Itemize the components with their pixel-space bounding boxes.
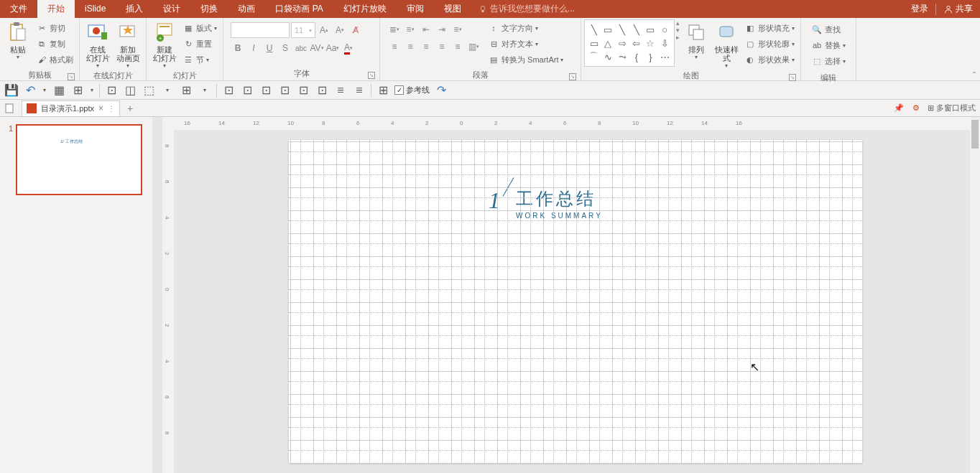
login-button[interactable]: 登录: [904, 3, 935, 15]
guides-checkbox[interactable]: ✓参考线: [394, 85, 430, 95]
slide-canvas[interactable]: 1 工作总结 WORK SUMMARY: [289, 140, 862, 463]
numbering-button[interactable]: ≡▾: [403, 22, 417, 37]
gallery-more-icon[interactable]: ▸: [676, 34, 680, 41]
bold-button[interactable]: B: [231, 41, 245, 55]
shape-conn-icon[interactable]: ⤳: [616, 50, 629, 63]
shape-oval-icon[interactable]: ○: [658, 23, 671, 36]
strikethrough-button[interactable]: S: [278, 41, 292, 55]
dialog-launcher-icon[interactable]: ↘: [68, 73, 75, 80]
shapes-gallery[interactable]: ╲▭╲╲▭○ ▭△⇨⇦☆⇩ ⌒∿⤳{}⋯: [584, 19, 675, 67]
shape-curve1-icon[interactable]: ⌒: [588, 50, 601, 63]
dialog-launcher-icon[interactable]: ↘: [569, 73, 576, 80]
distribute-button[interactable]: ≡: [450, 39, 465, 54]
add-tab-button[interactable]: +: [127, 103, 133, 114]
gallery-down-icon[interactable]: ▾: [676, 27, 680, 34]
paste-button[interactable]: 粘贴▾: [3, 19, 33, 60]
shape-arrow-r-icon[interactable]: ⇨: [616, 37, 629, 50]
qat-icon-13[interactable]: ⊡: [296, 83, 310, 98]
qat-icon-6[interactable]: ▾: [160, 83, 175, 98]
tab-insert[interactable]: 插入: [116, 0, 153, 18]
align-right-button[interactable]: ≡: [419, 39, 433, 54]
qat-icon-10[interactable]: ⊡: [240, 83, 254, 98]
new-anim-page-button[interactable]: 新加 动画页▾: [113, 19, 143, 69]
layout-button[interactable]: ▦版式 ▾: [180, 21, 220, 35]
vertical-scrollbar[interactable]: [970, 117, 980, 473]
shape-star-icon[interactable]: ☆: [644, 37, 657, 50]
scrollbar-thumb[interactable]: [971, 120, 979, 149]
font-name-input[interactable]: [231, 22, 290, 38]
decrease-indent-button[interactable]: ⇤: [419, 22, 433, 37]
horizontal-ruler[interactable]: 1614121086420246810121416: [174, 117, 970, 130]
save-icon[interactable]: 💾: [4, 83, 19, 98]
undo-icon[interactable]: ↶: [23, 83, 37, 98]
tab-animations[interactable]: 动画: [228, 0, 265, 18]
shape-tri-icon[interactable]: △: [602, 37, 615, 50]
shape-brace-r-icon[interactable]: }: [644, 50, 657, 63]
shape-arrow-l-icon[interactable]: ⇦: [630, 37, 643, 50]
tab-home[interactable]: 开始: [37, 0, 75, 18]
font-color-button[interactable]: A▾: [341, 41, 356, 55]
gallery-up-icon[interactable]: ▴: [676, 19, 680, 27]
shape-line-icon[interactable]: ╲: [588, 23, 601, 36]
undo-dropdown-icon[interactable]: ▾: [42, 83, 47, 98]
shape-rect-icon[interactable]: ▭: [602, 23, 615, 36]
font-size-input[interactable]: 11▾: [291, 22, 315, 38]
qat-icon-8[interactable]: ▾: [198, 83, 212, 98]
shape-rect2-icon[interactable]: ▭: [644, 23, 657, 36]
format-painter-button[interactable]: 🖌格式刷: [33, 52, 76, 67]
arrange-button[interactable]: 排列▾: [681, 19, 711, 60]
clear-format-icon[interactable]: A̸: [348, 23, 363, 37]
cut-button[interactable]: ✂剪切: [33, 21, 76, 35]
shape-fill-button[interactable]: ◧形状填充 ▾: [741, 21, 798, 35]
multi-window-button[interactable]: ⊞多窗口模式: [928, 103, 976, 113]
reset-button[interactable]: ↻重置: [180, 37, 220, 51]
qat-dropdown-icon[interactable]: ▾: [89, 83, 95, 98]
vertical-ruler[interactable]: 864202468: [162, 130, 174, 473]
new-slide-button[interactable]: + 新建 幻灯片▾: [149, 19, 180, 69]
align-center-button[interactable]: ≡: [403, 39, 417, 54]
italic-button[interactable]: I: [246, 41, 261, 55]
copy-button[interactable]: ⧉复制: [33, 37, 76, 51]
qat-icon-3[interactable]: ⊡: [104, 83, 119, 98]
qat-icon-17[interactable]: ⊞: [376, 83, 390, 98]
qat-icon-2[interactable]: ⊞: [70, 83, 85, 98]
tab-review[interactable]: 审阅: [397, 0, 434, 18]
bullets-button[interactable]: ≣▾: [387, 22, 402, 37]
shape-line3-icon[interactable]: ╲: [630, 23, 643, 36]
qat-icon-14[interactable]: ⊡: [315, 83, 329, 98]
char-spacing-button[interactable]: AV▾: [310, 41, 324, 55]
share-button[interactable]: 共享: [936, 3, 980, 15]
tab-pocket-anim[interactable]: 口袋动画 PA: [265, 0, 333, 18]
close-tab-icon[interactable]: ×: [98, 103, 103, 113]
select-button[interactable]: ⬚选择 ▾: [808, 54, 849, 68]
redo-icon[interactable]: ↷: [434, 83, 448, 98]
online-slides-button[interactable]: 在线 幻灯片▾: [83, 19, 113, 69]
shape-effects-button[interactable]: ◐形状效果 ▾: [741, 52, 798, 67]
shadow-button[interactable]: abc: [294, 41, 308, 55]
align-text-button[interactable]: ⊟对齐文本 ▾: [485, 37, 566, 51]
shape-curve2-icon[interactable]: ∿: [602, 50, 615, 63]
columns-button[interactable]: ▥▾: [466, 39, 481, 54]
decrease-font-icon[interactable]: A▾: [333, 23, 347, 37]
shape-arrow-d-icon[interactable]: ⇩: [658, 37, 671, 50]
convert-smartart-button[interactable]: ▤转换为 SmartArt ▾: [485, 52, 566, 67]
qat-icon-1[interactable]: ▦: [52, 83, 66, 98]
section-button[interactable]: ☰节 ▾: [180, 52, 220, 67]
tab-design[interactable]: 设计: [153, 0, 190, 18]
file-tab[interactable]: 目录演示1.pptx × ⋮: [22, 100, 120, 116]
tab-slideshow[interactable]: 幻灯片放映: [333, 0, 397, 18]
tell-me-search[interactable]: 告诉我您想要做什么...: [479, 3, 575, 15]
increase-font-icon[interactable]: A▴: [317, 23, 331, 37]
gear-icon[interactable]: ⚙: [910, 103, 922, 114]
qat-icon-4[interactable]: ◫: [123, 83, 137, 98]
qat-icon-9[interactable]: ⊡: [221, 83, 236, 98]
collapse-ribbon-icon[interactable]: ⌃: [971, 70, 977, 78]
tab-file[interactable]: 文件: [0, 0, 37, 18]
qat-icon-7[interactable]: ⊞: [179, 83, 193, 98]
qat-icon-5[interactable]: ⬚: [142, 83, 156, 98]
shape-brace-l-icon[interactable]: {: [630, 50, 643, 63]
shape-more-icon[interactable]: ⋯: [658, 50, 671, 63]
increase-indent-button[interactable]: ⇥: [435, 22, 449, 37]
title-block[interactable]: 1 工作总结 WORK SUMMARY: [489, 187, 603, 220]
qat-icon-11[interactable]: ⊡: [259, 83, 273, 98]
